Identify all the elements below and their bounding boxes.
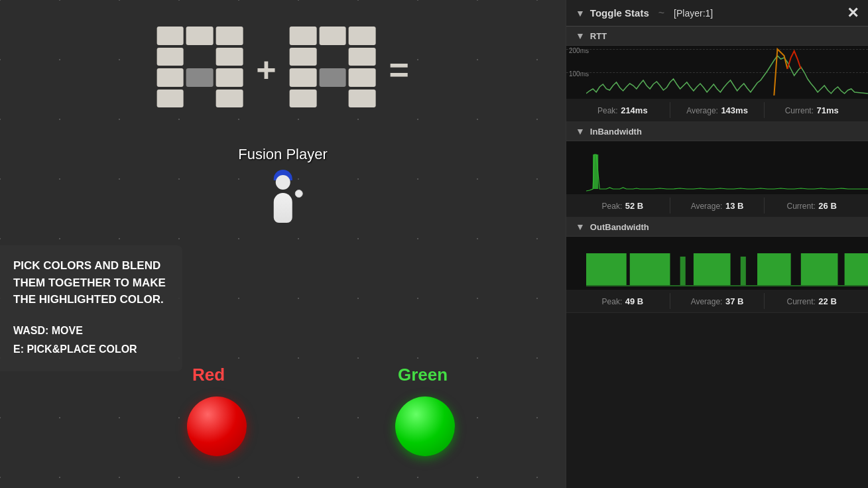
- equation-area: + =: [156, 27, 409, 113]
- outbw-average: Average: 37 B: [670, 295, 765, 307]
- inbw-avg-value: 13 B: [725, 201, 743, 211]
- svg-rect-0: [593, 154, 598, 189]
- inbw-section-header[interactable]: ▼ InBandwidth: [566, 122, 868, 141]
- instructions-text: Pick colors and blend them together to m…: [13, 257, 169, 308]
- inbw-current: Current: 26 B: [765, 200, 859, 212]
- inbw-chart-canvas: [586, 141, 868, 194]
- stats-panel: ▼ Toggle Stats ~ [Player:1] ✕ ▼ RTT 200m…: [566, 0, 868, 488]
- outbw-chart: [566, 237, 868, 290]
- rtt-current-label: Current:: [785, 106, 814, 115]
- outbw-stats-row: Peak: 49 B Average: 37 B Current: 22 B: [566, 290, 868, 313]
- inbw-avg-label: Average:: [691, 202, 723, 211]
- svg-rect-2: [630, 253, 670, 285]
- inbw-collapse-icon[interactable]: ▼: [576, 126, 585, 137]
- rtt-peak: Peak: 214ms: [576, 104, 670, 116]
- outbw-current-label: Current:: [787, 297, 816, 306]
- rtt-avg-value: 143ms: [721, 105, 747, 115]
- rtt-avg-label: Average:: [686, 106, 718, 115]
- instructions-panel: Pick colors and blend them together to m…: [0, 245, 182, 371]
- green-label: Green: [398, 365, 448, 385]
- inbw-peak-label: Peak:: [602, 202, 623, 211]
- svg-rect-7: [801, 253, 838, 285]
- number-left: [156, 27, 243, 113]
- stats-header: ▼ Toggle Stats ~ [Player:1] ✕: [566, 0, 868, 27]
- stats-separator: ~: [658, 7, 664, 19]
- outbw-collapse-icon[interactable]: ▼: [576, 221, 585, 232]
- svg-rect-5: [741, 257, 746, 285]
- inbw-current-value: 26 B: [818, 201, 836, 211]
- player-label: Fusion Player: [238, 146, 328, 163]
- e-control: E: Pick&Place Color: [13, 343, 137, 355]
- player-sprite: [263, 170, 302, 223]
- rtt-current: Current: 71ms: [765, 104, 859, 116]
- outbw-section-header[interactable]: ▼ OutBandwidth: [566, 217, 868, 237]
- inbw-label: InBandwidth: [590, 127, 642, 137]
- dropdown-arrow-icon[interactable]: ▼: [576, 8, 585, 19]
- svg-rect-8: [845, 253, 868, 285]
- red-orb[interactable]: [187, 396, 247, 456]
- green-orb[interactable]: [395, 396, 455, 456]
- outbw-current-value: 22 B: [818, 296, 836, 306]
- game-area: + = Fusion Player Pick colors and blend …: [0, 0, 566, 488]
- outbw-peak-value: 49 B: [625, 296, 643, 306]
- rtt-chart-canvas: [586, 46, 868, 99]
- player-id: [Player:1]: [674, 8, 713, 19]
- rtt-chart: 200ms 100ms: [566, 46, 868, 99]
- red-label: Red: [192, 365, 225, 385]
- player-area: Fusion Player: [238, 146, 328, 223]
- svg-rect-6: [757, 253, 791, 285]
- svg-rect-4: [694, 253, 731, 285]
- rtt-section-header[interactable]: ▼ RTT: [566, 27, 868, 46]
- rtt-peak-label: Peak:: [597, 106, 618, 115]
- inbw-stats-row: Peak: 52 B Average: 13 B Current: 26 B: [566, 194, 868, 217]
- outbw-peak: Peak: 49 B: [576, 295, 670, 307]
- inbw-chart: [566, 141, 868, 194]
- plus-operator: +: [256, 50, 276, 90]
- stats-title: Toggle Stats: [590, 7, 649, 19]
- outbw-avg-label: Average:: [691, 297, 723, 306]
- equals-operator: =: [389, 50, 409, 90]
- svg-rect-3: [680, 257, 686, 285]
- outbw-chart-canvas: [586, 237, 868, 290]
- rtt-average: Average: 143ms: [670, 104, 765, 116]
- inbw-average: Average: 13 B: [670, 200, 765, 212]
- wasd-control: WASD: Move: [13, 325, 83, 336]
- number-right: [290, 27, 376, 113]
- player-body: [273, 193, 292, 223]
- close-button[interactable]: ✕: [847, 5, 859, 22]
- stats-header-left: ▼ Toggle Stats ~ [Player:1]: [576, 7, 713, 19]
- player-ball: [294, 190, 302, 198]
- inbw-peak: Peak: 52 B: [576, 200, 670, 212]
- rtt-peak-value: 214ms: [621, 105, 647, 115]
- outbw-avg-value: 37 B: [725, 296, 743, 306]
- rtt-stats-row: Peak: 214ms Average: 143ms Current: 71ms: [566, 99, 868, 122]
- rtt-collapse-icon[interactable]: ▼: [576, 30, 585, 41]
- svg-rect-1: [586, 253, 627, 285]
- rtt-current-value: 71ms: [816, 105, 838, 115]
- rtt-label: RTT: [590, 31, 607, 41]
- outbw-peak-label: Peak:: [602, 297, 623, 306]
- player-head: [275, 175, 290, 190]
- outbw-label: OutBandwidth: [590, 222, 649, 232]
- inbw-current-label: Current:: [787, 202, 816, 211]
- controls-text: WASD: Move E: Pick&Place Color: [13, 322, 169, 360]
- inbw-peak-value: 52 B: [625, 201, 643, 211]
- outbw-current: Current: 22 B: [765, 295, 859, 307]
